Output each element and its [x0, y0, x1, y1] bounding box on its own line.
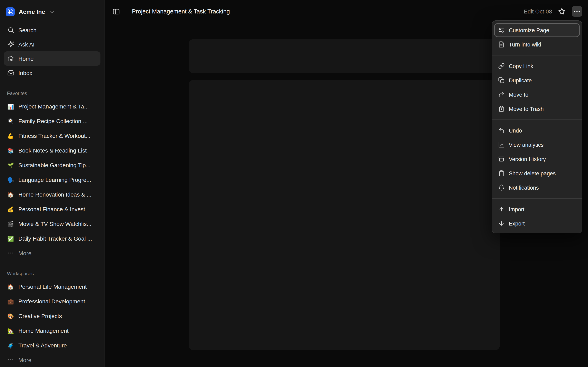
page-label: Sustainable Gardening Tip...: [18, 162, 90, 168]
page-emoji-icon: 🌱: [7, 161, 14, 169]
workspaces-section: Workspaces 🏠Personal Life Management💼Pro…: [0, 271, 104, 367]
menu-item-undo[interactable]: Undo: [494, 124, 580, 137]
file-text-icon: [498, 41, 505, 48]
workspace-page-travel-adventure[interactable]: 🧳Travel & Adventure: [4, 338, 100, 353]
menu-item-label: Turn into wiki: [509, 42, 541, 48]
workspace-page-personal-life-management[interactable]: 🏠Personal Life Management: [4, 279, 100, 294]
search-icon: [7, 26, 14, 34]
corner-up-left-icon: [498, 127, 505, 134]
home-icon: [7, 55, 14, 62]
page-emoji-icon: 📚: [7, 147, 14, 154]
menu-item-label: Customize Page: [509, 27, 549, 33]
content-block-top: [189, 39, 500, 73]
page-emoji-icon: 📊: [7, 103, 14, 110]
page-label: Family Recipe Collection ...: [18, 118, 87, 124]
panel-left-icon: [112, 8, 120, 15]
menu-divider: [492, 119, 582, 120]
sidebar-item-search[interactable]: Search: [4, 23, 100, 37]
page-label: Professional Development: [18, 298, 85, 305]
menu-item-label: Export: [509, 220, 525, 226]
chart-line-icon: [498, 141, 505, 148]
page-label: Language Learning Progre...: [18, 176, 91, 183]
page-label: Home Management: [18, 327, 69, 334]
menu-item-label: Copy Link: [509, 63, 533, 69]
menu-item-label: Duplicate: [509, 77, 532, 83]
menu-item-view-analytics[interactable]: View analytics: [494, 138, 580, 152]
archive-icon: [498, 156, 505, 162]
workspaces-more-label: More: [18, 357, 31, 363]
workspace-page-creative-projects[interactable]: 🎨Creative Projects: [4, 309, 100, 323]
menu-item-copy-link[interactable]: Copy Link: [494, 59, 580, 73]
workspaces-list: 🏠Personal Life Management💼Professional D…: [4, 279, 100, 353]
trash-icon: [498, 170, 505, 177]
page-emoji-icon: 🧳: [7, 342, 14, 349]
page-label: Personal Finance & Invest...: [18, 206, 90, 212]
menu-item-customize-page[interactable]: Customize Page: [494, 23, 580, 37]
inbox-icon: [7, 69, 14, 76]
menu-item-show-delete-pages[interactable]: Show delete pages: [494, 166, 580, 180]
menu-item-move-to[interactable]: Move to: [494, 88, 580, 101]
page-header: Project Management & Task Tracking Edit …: [104, 0, 588, 23]
star-icon: [558, 7, 566, 16]
page-emoji-icon: 🍳: [7, 117, 14, 125]
favorites-section-title: Favorites: [4, 91, 100, 96]
favorite-star-button[interactable]: [556, 6, 568, 17]
favorite-page-personal-finance-invest[interactable]: 💰Personal Finance & Invest...: [4, 202, 100, 217]
page-options-menu: Customize PageTurn into wikiCopy LinkDup…: [492, 20, 582, 233]
favorites-more-label: More: [18, 250, 31, 256]
page-label: Fitness Tracker & Workout...: [18, 133, 90, 139]
last-edited-label: Edit Oct 08: [524, 8, 552, 15]
page-label: Creative Projects: [18, 313, 62, 319]
favorite-page-project-management-ta[interactable]: 📊Project Management & Ta...: [4, 99, 100, 114]
sidebar-item-label: Ask AI: [18, 41, 35, 48]
favorite-page-language-learning-progre[interactable]: 🗣️Language Learning Progre...: [4, 173, 100, 187]
page-label: Project Management & Ta...: [18, 103, 89, 110]
workspaces-more-button[interactable]: More: [4, 353, 100, 367]
workspace-page-home-management[interactable]: 🏡Home Management: [4, 323, 100, 338]
favorite-page-movie-tv-show-watchlis[interactable]: 🎬Movie & TV Show Watchlis...: [4, 217, 100, 231]
menu-item-label: Import: [509, 206, 525, 212]
menu-item-import[interactable]: Import: [494, 202, 580, 216]
content-block-main: [189, 80, 500, 350]
page-options-button[interactable]: [572, 6, 582, 17]
workspace-switcher[interactable]: Acme Inc: [0, 4, 104, 20]
ellipsis-icon: [7, 356, 14, 364]
menu-item-move-to-trash[interactable]: Move to Trash: [494, 102, 580, 116]
page-emoji-icon: 🗣️: [7, 176, 14, 184]
menu-item-label: Show delete pages: [509, 170, 556, 176]
sidebar-item-ask-ai[interactable]: Ask AI: [4, 37, 100, 51]
favorite-page-book-notes-reading-list[interactable]: 📚Book Notes & Reading List: [4, 143, 100, 158]
sidebar-item-inbox[interactable]: Inbox: [4, 66, 100, 80]
favorites-list: 📊Project Management & Ta...🍳Family Recip…: [4, 99, 100, 246]
favorite-page-fitness-tracker-workout[interactable]: 💪Fitness Tracker & Workout...: [4, 128, 100, 143]
menu-item-notifications[interactable]: Notifications: [494, 181, 580, 194]
favorite-page-sustainable-gardening-tip[interactable]: 🌱Sustainable Gardening Tip...: [4, 158, 100, 173]
app-root: Acme Inc SearchAsk AIHomeInbox Favorites…: [0, 0, 588, 367]
page-label: Daily Habit Tracker & Goal ...: [18, 235, 92, 242]
menu-divider: [492, 198, 582, 199]
favorite-page-home-renovation-ideas[interactable]: 🏠Home Renovation Ideas & ...: [4, 187, 100, 202]
workspaces-section-title: Workspaces: [4, 271, 100, 276]
menu-item-version-history[interactable]: Version History: [494, 152, 580, 166]
chevron-down-icon: [50, 9, 55, 15]
sidebar-nav: SearchAsk AIHomeInbox: [0, 20, 104, 80]
sidebar-toggle-button[interactable]: [110, 6, 122, 17]
copy-icon: [498, 77, 505, 84]
menu-divider: [492, 55, 582, 55]
menu-item-duplicate[interactable]: Duplicate: [494, 73, 580, 87]
sidebar: Acme Inc SearchAsk AIHomeInbox Favorites…: [0, 0, 104, 367]
page-label: Travel & Adventure: [18, 342, 67, 349]
menu-item-export[interactable]: Export: [494, 217, 580, 230]
workspace-page-professional-development[interactable]: 💼Professional Development: [4, 294, 100, 309]
menu-item-label: Move to Trash: [509, 106, 544, 112]
page-emoji-icon: 💼: [7, 298, 14, 305]
menu-item-turn-into-wiki[interactable]: Turn into wiki: [494, 38, 580, 51]
page-emoji-icon: 💪: [7, 132, 14, 140]
favorite-page-daily-habit-tracker-goal[interactable]: ✅Daily Habit Tracker & Goal ...: [4, 231, 100, 246]
page-emoji-icon: 🏡: [7, 327, 14, 334]
sidebar-item-home[interactable]: Home: [4, 51, 100, 66]
sidebar-item-label: Inbox: [18, 69, 33, 76]
favorite-page-family-recipe-collection[interactable]: 🍳Family Recipe Collection ...: [4, 114, 100, 128]
page-emoji-icon: 🎬: [7, 220, 14, 227]
favorites-more-button[interactable]: More: [4, 246, 100, 260]
